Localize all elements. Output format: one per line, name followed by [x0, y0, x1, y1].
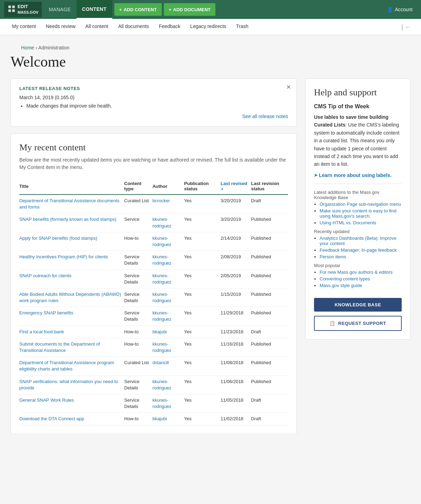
cell-title-4: SNAP outreach for clients	[19, 270, 124, 288]
title-link-7[interactable]: Find a local food bank	[19, 329, 64, 334]
top-navigation: EDIT MASS.GOV MANAGE CONTENT + ADD CONTE…	[0, 0, 421, 19]
content-nav-btn[interactable]: CONTENT	[76, 0, 112, 19]
cell-content-type-1: Service	[124, 213, 152, 232]
cell-author-8: kkunes-rodriguez	[152, 338, 184, 356]
mp-item-1-link[interactable]: For new Mass.gov authors & editors	[320, 270, 393, 275]
author-link-2[interactable]: kkunes-rodriguez	[152, 236, 171, 247]
cell-title-2: Apply for SNAP benefits (food stamps)	[19, 232, 124, 251]
cell-last-revised-2: 2/14/2019	[221, 232, 251, 251]
title-link-2[interactable]: Apply for SNAP benefits (food stamps)	[19, 236, 97, 241]
title-link-12[interactable]: Download the DTA Connect app	[19, 416, 84, 421]
cell-revision-status-3: Published	[251, 251, 288, 270]
table-row: Apply for SNAP benefits (food stamps) Ho…	[19, 232, 288, 251]
cell-author-2: kkunes-rodriguez	[152, 232, 184, 251]
cell-pub-status-10: Yes	[184, 375, 221, 394]
ru-item-1-link[interactable]: Analytics Dashboards (Beta): Improve you…	[320, 236, 396, 246]
table-header: Title Content type Author Publication st…	[19, 178, 288, 195]
cell-revision-status-6: Published	[251, 307, 288, 326]
release-notes-item: Made changes that improve site health.	[26, 103, 288, 109]
tip-rest: : Use the CMS's labeling system to autom…	[314, 122, 400, 167]
cell-title-3: Healthy Incentives Program (HIP) for cli…	[19, 251, 124, 270]
cell-last-revised-9: 11/08/2018	[221, 357, 251, 375]
kb-item-3: Using HTML vs. Documents	[320, 220, 402, 225]
subnav-needs-review[interactable]: Needs review	[41, 19, 80, 35]
table-row: Department of Transitional Assistance do…	[19, 195, 288, 213]
site-logo[interactable]: EDIT MASS.GOV	[4, 2, 42, 17]
cell-content-type-0: Curated List	[124, 195, 152, 213]
see-all-release-notes-link[interactable]: See all release notes	[19, 114, 288, 119]
cell-title-7: Find a local food bank	[19, 326, 124, 338]
knowledge-base-intro: Latest additions to the Mass.gov Knowled…	[314, 190, 402, 200]
author-link-10[interactable]: kkunes-rodriguez	[152, 379, 171, 390]
author-link-11[interactable]: kkunes-rodriguez	[152, 397, 171, 409]
title-link-8[interactable]: Submit documents to the Department of Tr…	[19, 341, 100, 353]
release-notes-title: LATEST RELEASE NOTES	[19, 86, 288, 91]
kb-item-3-link[interactable]: Using HTML vs. Documents	[320, 220, 376, 225]
author-link-7[interactable]: bkajubi	[152, 329, 167, 334]
title-link-0[interactable]: Department of Transitional Assistance do…	[19, 198, 119, 210]
title-link-5[interactable]: Able Bodied Adults Without Dependents (A…	[19, 292, 121, 303]
cell-revision-status-5: Published	[251, 288, 288, 307]
cell-content-type-9: Curated List	[124, 357, 152, 375]
page-title: Welcome	[11, 53, 410, 70]
author-link-5[interactable]: kkunes-rodriguez	[152, 292, 171, 303]
title-link-9[interactable]: Department of Transitional Assistance pr…	[19, 360, 114, 372]
cell-author-1: kkunes-rodriguez	[152, 213, 184, 232]
subnav-all-documents[interactable]: All documents	[113, 19, 154, 35]
kb-item-2-link[interactable]: Make sure your content is easy to find u…	[320, 208, 396, 219]
author-link-0[interactable]: bcrocker	[152, 198, 170, 203]
table-row: Able Bodied Adults Without Dependents (A…	[19, 288, 288, 307]
learn-more-link[interactable]: Learn more about using labels.	[314, 172, 402, 178]
ru-item-3-link[interactable]: Person items	[320, 254, 346, 259]
author-link-12[interactable]: bkajubi	[152, 416, 167, 421]
two-column-layout: LATEST RELEASE NOTES ✕ March 14, 2019 (0…	[11, 79, 410, 434]
subnav-trash[interactable]: Trash	[231, 19, 253, 35]
table-row: SNAP verifications: what information you…	[19, 375, 288, 394]
table-row: Find a local food bank How-to bkajubi Ye…	[19, 326, 288, 338]
kb-item-1-link[interactable]: Organization Page sub-navigation menu	[320, 202, 401, 207]
table-row: SNAP outreach for clients Service Detail…	[19, 270, 288, 288]
title-link-11[interactable]: General SNAP Work Rules	[19, 397, 74, 403]
title-link-10[interactable]: SNAP verifications: what information you…	[19, 379, 118, 390]
author-link-1[interactable]: kkunes-rodriguez	[152, 217, 171, 228]
author-link-6[interactable]: kkunes-rodriguez	[152, 310, 171, 322]
cell-title-5: Able Bodied Adults Without Dependents (A…	[19, 288, 124, 307]
cell-title-1: SNAP benefits (formerly known as food st…	[19, 213, 124, 232]
table-row: Healthy Incentives Program (HIP) for cli…	[19, 251, 288, 270]
subnav-feedback[interactable]: Feedback	[154, 19, 185, 35]
author-link-8[interactable]: kkunes-rodriguez	[152, 341, 171, 353]
svg-rect-0	[8, 6, 11, 8]
table-row: Emergency SNAP benefits Service Details …	[19, 307, 288, 326]
pin-icon[interactable]: ❘←	[397, 23, 414, 31]
add-document-btn[interactable]: + ADD DOCUMENT	[164, 3, 215, 16]
cell-content-type-8: How-to	[124, 338, 152, 356]
mp-item-2-link[interactable]: Converting content types	[320, 276, 370, 281]
col-title: Title	[19, 178, 124, 195]
cell-content-type-6: Service Details	[124, 307, 152, 326]
request-support-btn[interactable]: 📋 REQUEST SUPPORT	[314, 316, 402, 331]
knowledge-base-btn[interactable]: KNOWLEDGE BASE	[314, 298, 402, 312]
title-link-3[interactable]: Healthy Incentives Program (HIP) for cli…	[19, 254, 108, 259]
add-content-btn[interactable]: + ADD CONTENT	[114, 3, 162, 16]
title-link-1[interactable]: SNAP benefits (formerly known as food st…	[19, 217, 116, 222]
col-last-revised[interactable]: Last revised	[221, 178, 251, 195]
cell-content-type-12: How-to	[124, 413, 152, 425]
account-btn[interactable]: 👤 Account	[383, 7, 417, 12]
manage-nav-btn[interactable]: MANAGE	[43, 0, 76, 19]
author-link-9[interactable]: dstancill	[152, 360, 169, 365]
recent-content-description: Below are the most recently updated item…	[19, 156, 288, 171]
logo-massgov-label: MASS.GOV	[18, 10, 38, 15]
title-link-6[interactable]: Emergency SNAP benefits	[19, 310, 73, 315]
release-notes-close-btn[interactable]: ✕	[286, 84, 291, 90]
subnav-legacy-redirects[interactable]: Legacy redirects	[185, 19, 231, 35]
request-support-label: REQUEST SUPPORT	[338, 321, 386, 326]
ru-item-3: Person items	[320, 254, 402, 259]
breadcrumb-home-link[interactable]: Home	[21, 45, 34, 50]
author-link-4[interactable]: kkunes-rodriguez	[152, 273, 171, 285]
mp-item-3-link[interactable]: Mass.gov style guide	[320, 283, 362, 288]
title-link-4[interactable]: SNAP outreach for clients	[19, 273, 72, 278]
ru-item-2-link[interactable]: Feedback Manager: In-page feedback	[320, 247, 397, 253]
subnav-my-content[interactable]: My content	[7, 19, 41, 35]
subnav-all-content[interactable]: All content	[80, 19, 113, 35]
author-link-3[interactable]: kkunes-rodriguez	[152, 254, 171, 266]
